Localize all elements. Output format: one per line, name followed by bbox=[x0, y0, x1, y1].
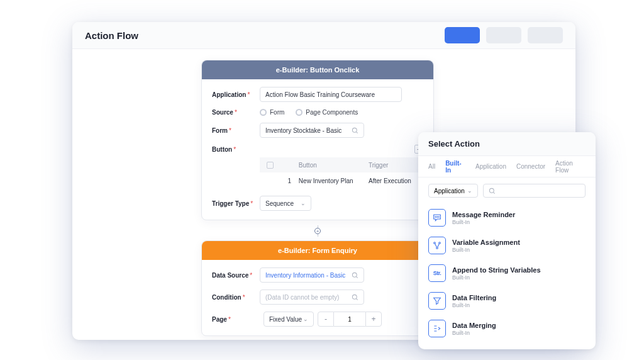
trigger-type-select[interactable]: Sequence ⌄ bbox=[260, 196, 311, 211]
col-button: Button bbox=[299, 162, 369, 169]
page-title: Action Flow bbox=[85, 30, 138, 41]
form-field[interactable]: Inventory Stocktake - Basic bbox=[260, 123, 364, 138]
card-button-onclick: e-Builder: Button Onclick Application* A… bbox=[201, 60, 434, 220]
action-sub-label: Built-In bbox=[452, 330, 496, 336]
svg-point-4 bbox=[352, 295, 357, 299]
flow-connector: + bbox=[201, 225, 434, 237]
table-row[interactable]: 1 New Inventory Plan After Execution bbox=[260, 172, 423, 189]
required-mark: * bbox=[229, 127, 231, 134]
page-mode-value: Fixed Value bbox=[269, 316, 302, 323]
required-mark: * bbox=[235, 109, 237, 116]
action-data-merging[interactable]: Data MergingBuilt-In bbox=[427, 315, 587, 342]
filter-select[interactable]: Application ⌄ bbox=[428, 184, 478, 198]
header-primary-button[interactable] bbox=[445, 27, 480, 43]
filter-search-input[interactable] bbox=[483, 184, 586, 198]
action-name-label: Data Filtering bbox=[452, 294, 496, 301]
svg-point-6 bbox=[489, 188, 494, 193]
action-name-label: Data Merging bbox=[452, 322, 496, 329]
radio-label-page-components: Page Components bbox=[306, 109, 358, 116]
button-table: Button Trigger 1 New Inventory Plan Afte… bbox=[212, 157, 423, 189]
svg-point-2 bbox=[352, 273, 357, 277]
required-mark: * bbox=[247, 91, 250, 98]
required-mark: * bbox=[243, 294, 245, 301]
label-data-source: Data Source bbox=[212, 272, 248, 279]
card-form-enquiry: e-Builder: Form Enquiry Data Source* Inv… bbox=[201, 240, 434, 336]
svg-point-12 bbox=[439, 242, 441, 244]
page-value[interactable]: 1 bbox=[334, 312, 365, 327]
header-secondary-button-1[interactable] bbox=[486, 27, 521, 43]
application-value: Action Flow Basic Training Courseware bbox=[265, 91, 375, 98]
card-header-form-enquiry: e-Builder: Form Enquiry bbox=[202, 241, 433, 260]
panel-tabs: All Built-In Application Connector Actio… bbox=[418, 156, 596, 177]
action-sub-label: Built-In bbox=[452, 247, 520, 253]
filter-select-value: Application bbox=[434, 188, 465, 194]
card-header-button-onclick: e-Builder: Button Onclick bbox=[202, 60, 433, 79]
table-header-row: Button Trigger bbox=[260, 157, 423, 172]
condition-field[interactable]: (Data ID cannot be empty) bbox=[260, 290, 364, 305]
page-mode-select[interactable]: Fixed Value ⌄ bbox=[264, 312, 314, 327]
svg-line-5 bbox=[357, 298, 358, 300]
required-mark: * bbox=[250, 200, 253, 207]
add-node-icon[interactable]: + bbox=[314, 228, 321, 234]
row-trigger: After Execution bbox=[369, 177, 423, 184]
variable-icon bbox=[428, 237, 446, 254]
search-icon bbox=[352, 272, 358, 279]
svg-point-8 bbox=[435, 217, 436, 217]
panel-title: Select Action bbox=[418, 132, 596, 156]
tab-built-in[interactable]: Built-In bbox=[445, 160, 465, 174]
data-source-value: Inventory Information - Basic bbox=[265, 272, 345, 279]
label-application: Application bbox=[212, 91, 246, 98]
chevron-down-icon: ⌄ bbox=[303, 316, 308, 322]
panel-filters: Application ⌄ bbox=[418, 177, 596, 204]
application-field[interactable]: Action Flow Basic Training Courseware bbox=[260, 87, 402, 102]
chevron-down-icon: ⌄ bbox=[301, 200, 306, 206]
filter-icon bbox=[428, 292, 446, 310]
tab-action-flow[interactable]: Action Flow bbox=[555, 160, 586, 174]
row-button: New Inventory Plan bbox=[299, 177, 369, 184]
radio-icon bbox=[260, 109, 267, 116]
string-icon: Str. bbox=[428, 264, 446, 282]
action-name-label: Append to String Variables bbox=[452, 266, 541, 274]
radio-icon bbox=[296, 109, 303, 116]
action-sub-label: Built-In bbox=[452, 274, 541, 281]
action-data-filtering[interactable]: Data FilteringBuilt-In bbox=[427, 287, 587, 315]
search-icon bbox=[489, 188, 496, 194]
form-value: Inventory Stocktake - Basic bbox=[265, 127, 341, 134]
svg-line-7 bbox=[493, 192, 494, 193]
header-buttons bbox=[445, 27, 563, 43]
required-mark: * bbox=[233, 146, 236, 153]
action-sub-label: Built-In bbox=[452, 302, 496, 308]
action-name-label: Variable Assignment bbox=[452, 239, 520, 246]
select-all-checkbox[interactable] bbox=[267, 162, 274, 169]
action-sub-label: Built-In bbox=[452, 219, 515, 225]
svg-point-11 bbox=[434, 242, 436, 244]
trigger-type-value: Sequence bbox=[265, 200, 294, 207]
label-page: Page bbox=[212, 316, 227, 323]
increment-button[interactable]: + bbox=[365, 312, 382, 327]
tab-connector[interactable]: Connector bbox=[516, 163, 545, 170]
action-message-reminder[interactable]: Message ReminderBuilt-In bbox=[427, 204, 587, 232]
action-append-string[interactable]: Str. Append to String VariablesBuilt-In bbox=[427, 259, 587, 287]
label-form: Form bbox=[212, 127, 228, 134]
required-mark: * bbox=[250, 272, 252, 279]
col-trigger: Trigger bbox=[369, 162, 423, 169]
header-secondary-button-2[interactable] bbox=[528, 27, 563, 43]
label-button: Button bbox=[212, 146, 232, 153]
tab-application[interactable]: Application bbox=[475, 163, 506, 170]
condition-placeholder: (Data ID cannot be empty) bbox=[265, 294, 339, 301]
merge-icon bbox=[428, 320, 446, 337]
action-name-label: Message Reminder bbox=[452, 211, 515, 218]
source-radio-group: Form Page Components bbox=[260, 109, 358, 116]
source-radio-form[interactable]: Form bbox=[260, 109, 284, 116]
svg-point-13 bbox=[436, 247, 438, 249]
action-variable-assignment[interactable]: Variable AssignmentBuilt-In bbox=[427, 232, 587, 259]
svg-point-0 bbox=[352, 128, 357, 132]
label-condition: Condition bbox=[212, 294, 242, 301]
svg-point-10 bbox=[438, 217, 439, 217]
page-stepper: - 1 + bbox=[318, 312, 382, 327]
decrement-button[interactable]: - bbox=[318, 312, 334, 327]
source-radio-page-components[interactable]: Page Components bbox=[296, 109, 358, 116]
data-source-field[interactable]: Inventory Information - Basic bbox=[260, 267, 364, 283]
tab-all[interactable]: All bbox=[428, 163, 435, 170]
radio-label-form: Form bbox=[270, 109, 284, 116]
